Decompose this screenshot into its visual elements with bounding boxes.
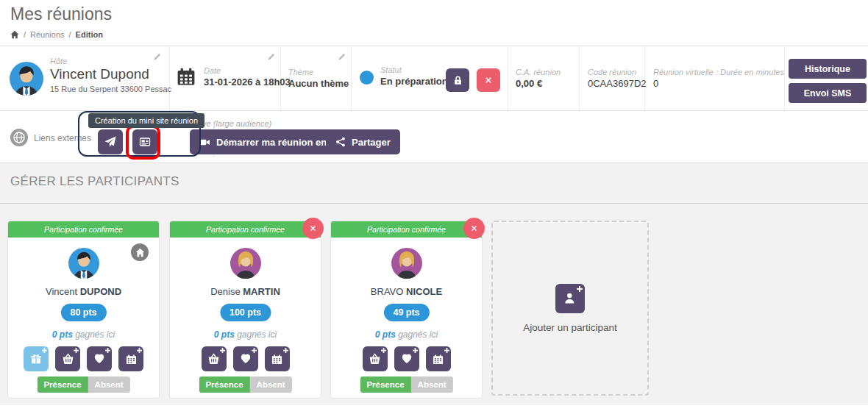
tooltip: Création du mini site réunion xyxy=(88,113,204,128)
external-links-row: Liens externes ve (large audience) Démar… xyxy=(0,111,868,163)
history-button[interactable]: Historique xyxy=(789,59,867,79)
presence-on[interactable]: Présence xyxy=(37,376,88,393)
add-wishlist-button[interactable] xyxy=(394,346,419,371)
host-name: Vincent Dupond xyxy=(50,66,149,82)
section-title: GÉRER LES PARTICIPANTS xyxy=(10,174,179,189)
paper-plane-icon xyxy=(104,136,116,148)
meeting-info-bar: Hôte Vincent Dupond 15 Rue du Serpent 33… xyxy=(0,46,868,111)
globe-icon xyxy=(10,129,28,149)
cancel-meeting-button[interactable] xyxy=(477,68,500,92)
gift-icon xyxy=(30,353,42,365)
add-participant-button[interactable] xyxy=(555,284,585,313)
breadcrumb-current: Edition xyxy=(76,30,103,39)
presence-off[interactable]: Absent xyxy=(88,376,130,393)
section-divider xyxy=(0,203,868,204)
add-participant-label: Ajouter un participant xyxy=(523,322,617,333)
send-sms-button[interactable]: Envoi SMS xyxy=(789,83,867,103)
plus-icon xyxy=(137,348,142,353)
add-wishlist-button[interactable] xyxy=(87,346,112,371)
edit-theme-icon[interactable] xyxy=(338,51,346,64)
plus-icon xyxy=(74,348,79,353)
status-label: Statut xyxy=(380,65,402,74)
send-invitations-button[interactable] xyxy=(98,129,123,154)
calendar-icon xyxy=(177,67,196,89)
basket-icon xyxy=(207,353,220,365)
video-camera-icon xyxy=(199,137,210,148)
add-participant-card[interactable]: Ajouter un participant xyxy=(491,221,649,396)
add-gift-button[interactable] xyxy=(24,346,49,371)
presence-on[interactable]: Présence xyxy=(199,376,249,393)
revenue-value: 0,00 € xyxy=(516,78,542,89)
theme-value: Aucun thème xyxy=(288,78,349,89)
presence-toggle: Présence Absent xyxy=(37,376,129,393)
remove-participant-button[interactable] xyxy=(463,218,485,239)
add-order-button[interactable] xyxy=(202,346,227,371)
participation-status-banner: Participation confirmée xyxy=(331,221,482,238)
breadcrumb: / Réunions / Edition xyxy=(10,30,103,39)
presence-off[interactable]: Absent xyxy=(250,376,292,393)
presence-on[interactable]: Présence xyxy=(360,376,410,393)
page-title: Mes réunions xyxy=(10,4,112,24)
plus-icon xyxy=(220,348,225,353)
date-value: 31-01-2026 à 18h03 xyxy=(204,76,291,88)
participant-name: Denise MARTIN xyxy=(170,286,321,297)
edit-host-icon[interactable] xyxy=(153,51,161,64)
virtual-value: 0 xyxy=(653,78,658,89)
participant-actions xyxy=(8,346,159,371)
earned-points: 0 pts gagnés ici xyxy=(170,329,321,340)
add-wishlist-button[interactable] xyxy=(233,346,258,371)
host-label: Hôte xyxy=(50,57,67,65)
status-dot xyxy=(360,71,374,85)
meeting-edition-page: Mes réunions / Réunions / Edition Hôte V… xyxy=(0,0,868,414)
lock-icon xyxy=(452,75,463,86)
add-order-button[interactable] xyxy=(55,346,80,371)
code-label: Code réunion xyxy=(588,68,636,76)
breadcrumb-separator: / xyxy=(24,30,26,39)
share-button[interactable]: Partager xyxy=(326,129,400,154)
participant-card: Participation confirmée BRAVO NICOLE 49 … xyxy=(330,221,483,399)
plus-icon xyxy=(105,348,110,353)
calendar-plus-icon xyxy=(433,354,444,365)
plus-icon xyxy=(252,348,257,353)
external-links-label: Liens externes xyxy=(34,133,91,143)
earned-points: 0 pts gagnés ici xyxy=(331,329,482,340)
participation-status-banner: Participation confirmée xyxy=(8,221,159,238)
revenue-label: C.A. réunion xyxy=(516,68,561,76)
plus-icon xyxy=(42,348,47,353)
mini-site-icon xyxy=(139,136,151,148)
presence-toggle: Présence Absent xyxy=(360,376,452,393)
presence-off[interactable]: Absent xyxy=(411,376,453,393)
earned-points: 0 pts gagnés ici xyxy=(8,329,159,340)
create-mini-site-button[interactable] xyxy=(132,129,157,154)
participant-name: BRAVO NICOLE xyxy=(331,286,482,297)
host-address: 15 Rue du Serpent 33600 Pessac xyxy=(50,85,171,93)
points-badge: 80 pts xyxy=(60,304,106,321)
add-order-button[interactable] xyxy=(363,346,388,371)
close-icon xyxy=(309,224,317,232)
participation-status-banner: Participation confirmée xyxy=(170,221,321,238)
theme-label: Thème xyxy=(288,68,313,76)
calendar-plus-icon xyxy=(271,354,282,365)
calendar-plus-icon xyxy=(126,354,137,365)
edit-date-icon[interactable] xyxy=(267,51,275,64)
share-icon xyxy=(335,137,346,147)
close-icon xyxy=(484,76,493,85)
participant-actions xyxy=(331,346,482,371)
host-home-icon xyxy=(131,243,149,261)
add-event-button[interactable] xyxy=(118,346,143,371)
participants-section: GÉRER LES PARTICIPANTS Participation con… xyxy=(0,163,868,405)
participant-card: Participation confirmée Denise MARTIN 10… xyxy=(169,221,321,399)
host-avatar xyxy=(10,62,43,99)
remove-participant-button[interactable] xyxy=(302,218,324,239)
lock-meeting-button[interactable] xyxy=(446,68,469,92)
home-icon[interactable] xyxy=(10,30,19,39)
heart-icon xyxy=(93,353,105,365)
plus-icon xyxy=(444,348,449,353)
basket-icon xyxy=(62,353,74,365)
points-badge: 100 pts xyxy=(220,304,271,321)
breadcrumb-reunions[interactable]: Réunions xyxy=(30,30,64,39)
add-event-button[interactable] xyxy=(265,346,290,371)
participant-avatar xyxy=(230,248,261,282)
participant-name: Vincent DUPOND xyxy=(8,286,159,297)
add-event-button[interactable] xyxy=(426,346,451,371)
